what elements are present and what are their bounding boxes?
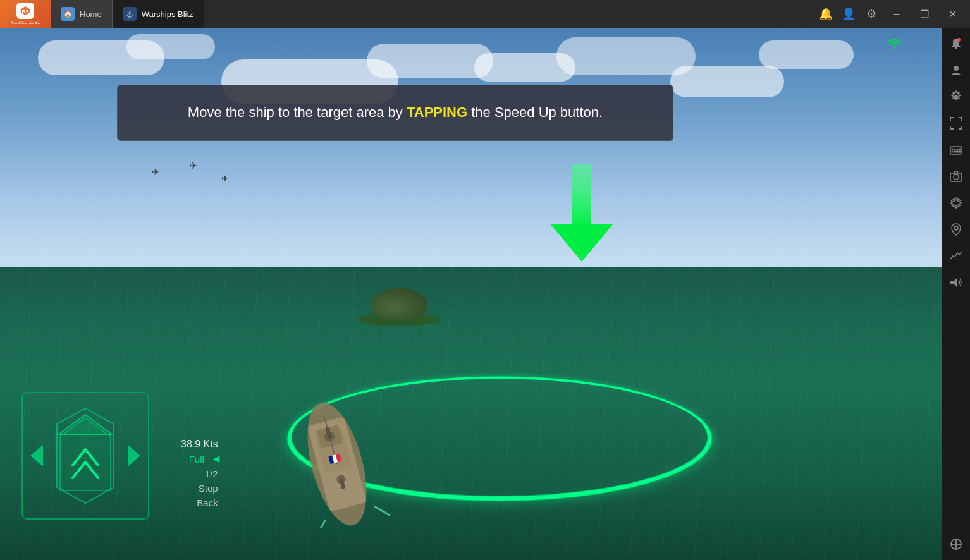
home-tab-icon: 🏠 xyxy=(61,7,75,21)
svg-marker-22 xyxy=(58,415,113,435)
bs-icon: BS xyxy=(16,3,34,19)
svg-marker-4 xyxy=(550,224,613,262)
speed-full[interactable]: Full xyxy=(185,453,208,466)
home-tab-label: Home xyxy=(80,9,102,19)
sidebar-expand[interactable] xyxy=(943,532,969,557)
svg-text:BS: BS xyxy=(21,9,29,15)
sidebar-layers[interactable] xyxy=(943,190,969,216)
cloud xyxy=(759,40,854,69)
svg-point-35 xyxy=(954,174,959,180)
titlebar: BS 4.120.0.1081 🏠 Home ⚓ Warships Blitz … xyxy=(0,0,970,28)
cloud xyxy=(367,44,493,78)
speed-back[interactable]: Back xyxy=(193,496,221,509)
sidebar-settings[interactable] xyxy=(943,84,969,109)
svg-rect-27 xyxy=(950,147,962,154)
window-controls: 🔔 👤 ⚙ – ❐ ✕ xyxy=(816,4,970,24)
ship xyxy=(247,339,411,528)
right-sidebar xyxy=(942,28,970,560)
sidebar-notifications[interactable] xyxy=(943,31,969,56)
game-tab[interactable]: ⚓ Warships Blitz xyxy=(113,0,204,28)
svg-point-23 xyxy=(955,47,957,49)
speed-half[interactable]: 1/2 xyxy=(201,467,222,480)
svg-point-25 xyxy=(954,66,959,71)
cloud xyxy=(670,66,784,97)
island-hill xyxy=(371,288,427,320)
sidebar-fullscreen[interactable] xyxy=(943,111,969,136)
minimize-btn[interactable]: – xyxy=(884,4,909,24)
home-tab[interactable]: 🏠 Home xyxy=(51,0,113,28)
svg-marker-37 xyxy=(950,277,957,288)
speed-stop[interactable]: Stop xyxy=(195,482,222,495)
green-arrow xyxy=(550,164,613,265)
instruction-banner: Move the ship to the target area by TAPP… xyxy=(117,85,673,141)
aircraft-2: ✈ xyxy=(190,161,197,171)
sidebar-account[interactable] xyxy=(943,58,969,83)
instruction-text: Move the ship to the target area by TAPP… xyxy=(143,103,648,123)
notification-btn[interactable]: 🔔 xyxy=(816,4,836,24)
instruction-highlight: TAPPING xyxy=(407,104,467,120)
sidebar-volume[interactable] xyxy=(943,270,969,295)
speed-display: 38.9 Kts xyxy=(177,437,222,451)
close-btn[interactable]: ✕ xyxy=(940,4,965,24)
wifi-icon xyxy=(885,35,904,54)
navigation-wheel[interactable] xyxy=(19,389,152,522)
sidebar-performance[interactable] xyxy=(943,243,969,269)
speed-arrow: ◄ xyxy=(211,453,222,466)
bs-version: 4.120.0.1081 xyxy=(11,20,40,25)
sidebar-location[interactable] xyxy=(943,217,969,242)
maximize-btn[interactable]: ❐ xyxy=(912,4,937,24)
sidebar-keyboard[interactable] xyxy=(943,137,969,162)
game-tab-icon: ⚓ xyxy=(123,7,137,21)
instruction-suffix: the Speed Up button. xyxy=(467,104,603,120)
svg-marker-18 xyxy=(30,445,43,466)
svg-rect-3 xyxy=(572,164,591,227)
sidebar-camera[interactable] xyxy=(943,164,969,189)
speed-control: 38.9 Kts Full ◄ 1/2 Stop Back xyxy=(177,437,222,509)
settings-btn[interactable]: ⚙ xyxy=(861,4,881,24)
aircraft-3: ✈ xyxy=(221,173,229,183)
svg-point-36 xyxy=(954,226,958,230)
svg-point-2 xyxy=(893,46,896,49)
svg-point-24 xyxy=(957,38,961,42)
cloud xyxy=(126,34,215,59)
game-area: ✈ ✈ ✈ Move the ship to the target area b… xyxy=(0,28,942,560)
bluestacks-logo: BS 4.120.0.1081 xyxy=(0,0,51,28)
svg-marker-19 xyxy=(128,445,140,466)
island xyxy=(358,291,440,326)
game-tab-label: Warships Blitz xyxy=(142,9,193,19)
instruction-prefix: Move the ship to the target area by xyxy=(188,104,407,120)
aircraft-1: ✈ xyxy=(152,167,159,177)
account-btn[interactable]: 👤 xyxy=(838,4,859,24)
